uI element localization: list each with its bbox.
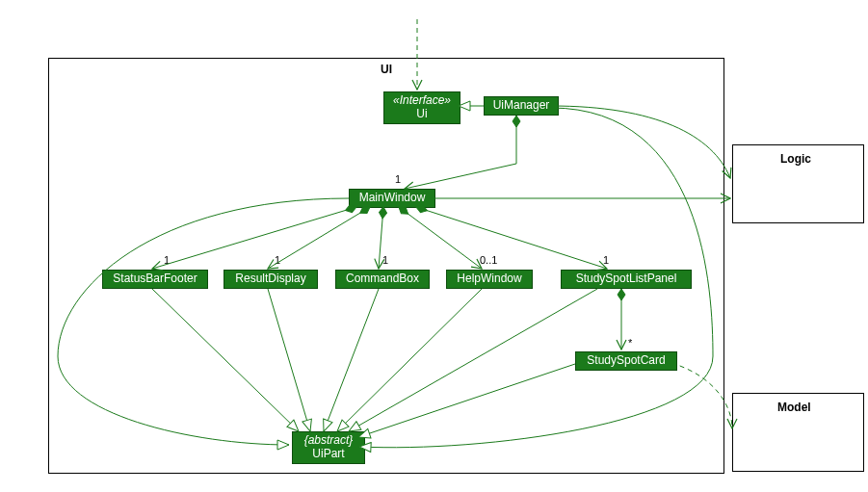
class-ui-interface-stereotype: «Interface» [388, 94, 456, 108]
class-mainwindow: MainWindow [349, 189, 435, 208]
mult-helpwindow: 0..1 [480, 254, 497, 266]
class-studyspotlistpanel-name: StudySpotListPanel [576, 272, 677, 285]
package-ui-label: UI [381, 63, 392, 76]
uml-canvas: UI Logic Model «Interface» Ui UiManager … [0, 0, 868, 492]
class-studyspotlistpanel: StudySpotListPanel [561, 270, 692, 289]
class-statusbarfooter-name: StatusBarFooter [113, 272, 197, 285]
class-statusbarfooter: StatusBarFooter [102, 270, 208, 289]
class-uipart-name: UiPart [312, 447, 344, 460]
package-model-label: Model [777, 401, 811, 414]
class-studyspotcard-name: StudySpotCard [587, 353, 665, 367]
class-uipart-stereotype: {abstract} [297, 434, 360, 448]
class-uimanager: UiManager [484, 96, 559, 116]
class-commandbox: CommandBox [335, 270, 430, 289]
class-helpwindow: HelpWindow [446, 270, 533, 289]
class-commandbox-name: CommandBox [346, 272, 419, 285]
class-uimanager-name: UiManager [493, 98, 550, 112]
mult-mainwindow: 1 [395, 173, 401, 185]
mult-commandbox: 1 [382, 254, 388, 266]
mult-studyspotlistpanel: 1 [603, 254, 609, 266]
class-helpwindow-name: HelpWindow [457, 272, 521, 285]
mult-statusbarfooter: 1 [164, 254, 170, 266]
class-uipart: {abstract} UiPart [292, 431, 365, 464]
package-logic-label: Logic [780, 152, 811, 166]
class-mainwindow-name: MainWindow [359, 191, 426, 204]
class-studyspotcard: StudySpotCard [575, 351, 677, 371]
class-ui-interface: «Interface» Ui [383, 91, 460, 124]
class-resultdisplay-name: ResultDisplay [235, 272, 305, 285]
mult-resultdisplay: 1 [275, 254, 280, 266]
mult-studyspotcard: * [628, 337, 632, 349]
class-resultdisplay: ResultDisplay [224, 270, 318, 289]
class-ui-interface-name: Ui [416, 107, 427, 120]
